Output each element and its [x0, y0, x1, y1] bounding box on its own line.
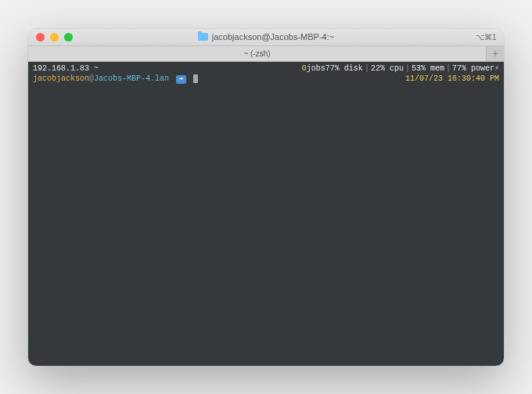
terminal-content[interactable]: 192.168.1.83 ~ 0 jobs 77% disk | 22% cpu… — [28, 62, 504, 366]
titlebar-shortcut: ⌥⌘1 — [476, 33, 496, 42]
window-title: jacobjackson@Jacobs-MBP-4:~ — [34, 32, 498, 42]
add-tab-button[interactable]: + — [487, 46, 504, 61]
hostname: Jacobs-MBP-4.lan — [94, 74, 169, 83]
cpu-usage: 22% cpu — [371, 63, 404, 74]
username: jacobjackson — [33, 74, 89, 83]
folder-icon — [198, 33, 208, 41]
status-left: 192.168.1.83 ~ — [33, 63, 99, 74]
disk-usage: 77% disk — [325, 63, 363, 74]
power-usage: 77% power — [452, 63, 494, 74]
titlebar[interactable]: jacobjackson@Jacobs-MBP-4:~ ⌥⌘1 — [28, 29, 504, 46]
cwd: ~ — [94, 64, 99, 73]
maximize-button[interactable] — [64, 33, 73, 42]
tabbar: ~ (-zsh) + — [28, 46, 504, 62]
tab-1[interactable]: ~ (-zsh) — [28, 46, 487, 61]
timestamp: 11/07/23 16:30:40 PM — [405, 74, 499, 83]
title-text: jacobjackson@Jacobs-MBP-4:~ — [212, 32, 334, 42]
bolt-icon: ⚡︎ — [494, 63, 499, 74]
status-right: 0 jobs 77% disk | 22% cpu | 53% mem | 77… — [302, 63, 499, 74]
close-button[interactable] — [36, 33, 45, 42]
minimize-button[interactable] — [50, 33, 59, 42]
jobs-label: jobs — [307, 63, 325, 74]
plus-icon: + — [492, 47, 498, 60]
prompt-right: 11/07/23 16:30:40 PM — [405, 74, 499, 84]
traffic-lights — [36, 33, 73, 42]
cursor — [193, 74, 198, 83]
mem-usage: 53% mem — [412, 63, 444, 74]
tab-label: ~ (-zsh) — [243, 49, 270, 58]
prompt-line: jacobjackson@Jacobs-MBP-4.lan ➔ 11/07/23… — [33, 74, 499, 84]
terminal-window: jacobjackson@Jacobs-MBP-4:~ ⌥⌘1 ~ (-zsh)… — [28, 29, 504, 366]
arrow-icon: ➔ — [176, 75, 186, 84]
ip-address: 192.168.1.83 — [33, 64, 89, 73]
prompt-left: jacobjackson@Jacobs-MBP-4.lan ➔ — [33, 74, 198, 84]
status-line: 192.168.1.83 ~ 0 jobs 77% disk | 22% cpu… — [33, 63, 499, 74]
